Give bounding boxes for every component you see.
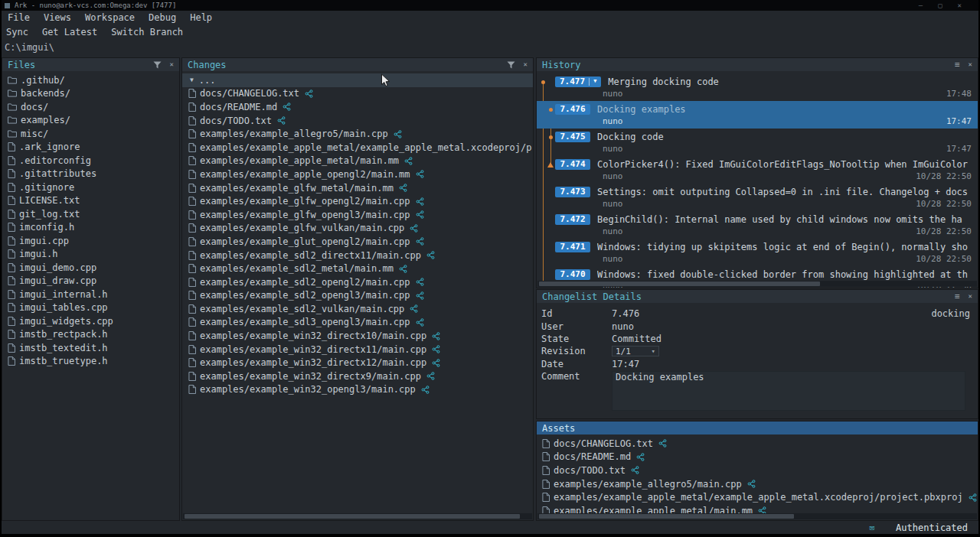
file-tree-item[interactable]: misc/ bbox=[2, 127, 179, 141]
file-tree-item[interactable]: imgui_draw.cpp bbox=[2, 275, 179, 288]
file-tree-item[interactable]: imgui.h bbox=[2, 248, 179, 262]
changed-file-row[interactable]: examples/example_glfw_opengl2/main.cpp bbox=[182, 194, 533, 208]
changed-file-row[interactable]: examples/example_win32_directx9/main.cpp bbox=[182, 369, 533, 383]
history-row[interactable]: 7.477▼Merging docking codenuno17:48 bbox=[537, 73, 978, 101]
history-row[interactable]: 7.475Docking codenuno17:47 bbox=[537, 129, 978, 156]
file-tree-item[interactable]: imstb_textedit.h bbox=[2, 341, 179, 355]
menu-icon[interactable]: ≡ bbox=[955, 292, 960, 301]
menu-views[interactable]: Views bbox=[44, 12, 71, 23]
filter-icon[interactable] bbox=[153, 61, 162, 69]
changed-file-row[interactable]: examples/example_sdl2_opengl2/main.cpp bbox=[182, 275, 533, 289]
changed-file-row[interactable]: examples/example_apple_metal/main.mm bbox=[182, 155, 533, 168]
file-tree-item[interactable]: imgui_internal.h bbox=[2, 288, 179, 301]
revision-badge[interactable]: 7.471 bbox=[555, 242, 590, 252]
minimize-button[interactable]: – bbox=[919, 2, 923, 9]
scrollbar-thumb[interactable] bbox=[185, 514, 520, 519]
file-tree-item[interactable]: imstb_truetype.h bbox=[2, 355, 179, 369]
menu-help[interactable]: Help bbox=[190, 12, 212, 23]
menu-debug[interactable]: Debug bbox=[149, 12, 176, 23]
changed-file-row[interactable]: examples/example_win32_opengl3/main.cpp bbox=[182, 383, 533, 397]
file-tree-item[interactable]: imgui_widgets.cpp bbox=[2, 314, 179, 328]
file-tree-item[interactable]: imgui.cpp bbox=[2, 234, 179, 248]
file-tree-item[interactable]: docs/ bbox=[2, 100, 179, 114]
menu-workspace[interactable]: Workspace bbox=[85, 12, 135, 23]
changed-file-row[interactable]: examples/example_allegro5/main.cpp bbox=[182, 127, 533, 141]
changed-file-row[interactable]: docs/README.md bbox=[182, 100, 533, 114]
history-row[interactable]: 7.476Docking examplesnuno17:47 bbox=[537, 101, 978, 129]
file-tree-item[interactable]: imstb_rectpack.h bbox=[2, 328, 179, 342]
file-tree-item[interactable]: .ark_ignore bbox=[2, 141, 179, 155]
changed-file-row[interactable]: examples/example_sdl3_opengl3/main.cpp bbox=[182, 316, 533, 330]
close-panel-icon[interactable]: ✕ bbox=[524, 61, 528, 68]
asset-row[interactable]: docs/TODO.txt bbox=[537, 464, 978, 477]
close-panel-icon[interactable]: ✕ bbox=[969, 293, 972, 300]
close-panel-icon[interactable]: ✕ bbox=[170, 61, 174, 68]
changed-file-row[interactable]: examples/example_win32_directx10/main.cp… bbox=[182, 329, 533, 343]
changes-hscrollbar[interactable] bbox=[183, 513, 532, 519]
file-tree-item[interactable]: .github/ bbox=[2, 73, 179, 87]
changed-file-row[interactable]: examples/example_apple_opengl2/main.mm bbox=[182, 168, 533, 181]
revision-badge[interactable]: 7.474 bbox=[555, 159, 590, 170]
history-panel-header[interactable]: History ≡ ✕ bbox=[537, 58, 978, 71]
details-panel-header[interactable]: Changelist Details ≡ ✕ bbox=[537, 290, 978, 303]
close-button[interactable]: ✕ bbox=[958, 2, 962, 9]
filter-icon[interactable] bbox=[507, 61, 515, 69]
history-row[interactable]: 7.473Settings: omit outputing Collapsed=… bbox=[537, 184, 978, 211]
history-row[interactable]: 7.474ColorPicker4(): Fixed ImGuiColorEdi… bbox=[537, 156, 978, 184]
revision-badge[interactable]: 7.475 bbox=[555, 132, 590, 142]
asset-row[interactable]: docs/README.md bbox=[537, 451, 978, 464]
changed-file-row[interactable]: examples/example_glfw_opengl3/main.cpp bbox=[182, 208, 533, 222]
changes-root-row[interactable]: ▼... bbox=[182, 73, 533, 87]
file-tree-item[interactable]: backends/ bbox=[2, 87, 179, 101]
changed-file-row[interactable]: examples/example_sdl2_directx11/main.cpp bbox=[182, 249, 533, 262]
scrollbar-thumb[interactable] bbox=[539, 282, 820, 286]
file-tree-item[interactable]: LICENSE.txt bbox=[2, 194, 179, 208]
toolbar-get-latest-button[interactable]: Get Latest bbox=[42, 27, 97, 37]
changed-file-row[interactable]: examples/example_glut_opengl2/main.cpp bbox=[182, 235, 533, 249]
asset-row[interactable]: examples/example_apple_metal/example_app… bbox=[537, 490, 978, 504]
close-panel-icon[interactable]: ✕ bbox=[969, 61, 972, 68]
changed-file-row[interactable]: examples/example_glfw_metal/main.mm bbox=[182, 181, 533, 195]
changed-file-row[interactable]: examples/example_glfw_vulkan/main.cpp bbox=[182, 222, 533, 236]
revision-badge[interactable]: 7.477▼ bbox=[555, 76, 601, 87]
assets-hscrollbar[interactable] bbox=[537, 513, 977, 519]
detail-label: Revision bbox=[541, 346, 612, 356]
history-row-line1: 7.475Docking code bbox=[555, 130, 972, 143]
history-row[interactable]: 7.471Windows: tidying up skipitems logic… bbox=[537, 239, 978, 266]
toolbar-sync-button[interactable]: Sync bbox=[6, 27, 28, 37]
changed-file-row[interactable]: docs/CHANGELOG.txt bbox=[182, 87, 533, 101]
file-tree-item[interactable]: .gitattributes bbox=[2, 168, 179, 181]
asset-row[interactable]: docs/CHANGELOG.txt bbox=[537, 437, 978, 451]
history-hscrollbar[interactable] bbox=[537, 281, 977, 287]
file-tree-item[interactable]: examples/ bbox=[2, 114, 179, 128]
file-tree-item[interactable]: git_log.txt bbox=[2, 207, 179, 221]
assets-panel-header[interactable]: Assets bbox=[537, 421, 978, 434]
scrollbar-thumb[interactable] bbox=[539, 514, 794, 519]
file-tree-item[interactable]: imgui_tables.cpp bbox=[2, 301, 179, 315]
maximize-button[interactable]: ▢ bbox=[938, 2, 942, 9]
revision-selector[interactable]: 1/1▾ bbox=[612, 346, 659, 356]
revision-badge[interactable]: 7.476 bbox=[555, 104, 590, 115]
changed-file-row[interactable]: examples/example_win32_directx11/main.cp… bbox=[182, 343, 533, 356]
changeset-icon bbox=[658, 439, 667, 447]
toolbar-switch-branch-button[interactable]: Switch Branch bbox=[111, 27, 183, 37]
changed-file-row[interactable]: examples/example_sdl2_opengl3/main.cpp bbox=[182, 289, 533, 303]
file-tree-item[interactable]: imgui_demo.cpp bbox=[2, 261, 179, 275]
changed-file-row[interactable]: examples/example_sdl2_metal/main.mm bbox=[182, 262, 533, 275]
revision-badge[interactable]: 7.470 bbox=[555, 269, 590, 280]
changed-file-row[interactable]: docs/TODO.txt bbox=[182, 114, 533, 128]
history-row[interactable]: 7.472BeginChild(): Internal name used by… bbox=[537, 211, 978, 239]
changed-file-row[interactable]: examples/example_sdl2_vulkan/main.cpp bbox=[182, 302, 533, 316]
revision-badge[interactable]: 7.473 bbox=[555, 187, 590, 197]
file-tree-item[interactable]: .gitignore bbox=[2, 181, 179, 194]
changes-panel-header[interactable]: Changes ✕ bbox=[182, 58, 533, 71]
changed-file-row[interactable]: examples/example_win32_directx12/main.cp… bbox=[182, 356, 533, 369]
menu-icon[interactable]: ≡ bbox=[955, 60, 960, 69]
file-tree-item[interactable]: imconfig.h bbox=[2, 221, 179, 235]
files-panel-header[interactable]: Files ✕ bbox=[2, 58, 179, 71]
file-tree-item[interactable]: .editorconfig bbox=[2, 154, 179, 168]
changed-file-row[interactable]: examples/example_apple_metal/example_app… bbox=[182, 141, 533, 155]
asset-row[interactable]: examples/example_allegro5/main.cpp bbox=[537, 477, 978, 491]
menu-file[interactable]: File bbox=[8, 12, 30, 23]
revision-badge[interactable]: 7.472 bbox=[555, 214, 590, 225]
